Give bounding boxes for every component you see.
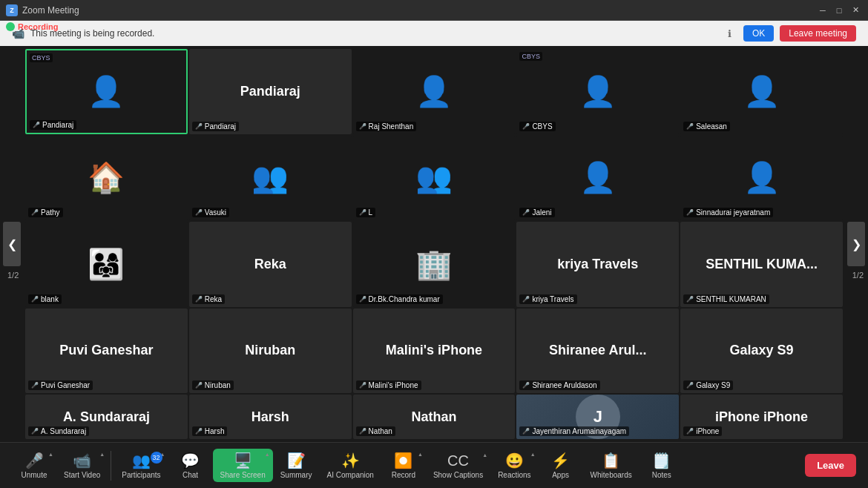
sep-1 <box>111 451 111 481</box>
app-title: Zoom Meeting <box>22 5 79 16</box>
participant-name-center-18: Malini's iPhone <box>386 343 482 358</box>
cell-name-4: 🎤 CBYS <box>519 122 555 131</box>
participant-label-25: iPhone <box>696 427 719 435</box>
participants-button[interactable]: ▲ 👥 32 Participants <box>114 449 168 482</box>
ai-label: AI Companion <box>327 471 374 479</box>
cell-name-14: 🎤 kriya Travels <box>519 294 576 304</box>
participant-name-7: Vasuki <box>205 208 226 217</box>
mic-icon-22: 🎤 <box>195 428 203 435</box>
start-video-button[interactable]: ▲ 📹 Start Video <box>56 449 108 482</box>
notes-icon: 🗒️ <box>652 452 671 469</box>
video-cell-shiranee: Shiranee Arul... 🎤 Shiranee Aruldason <box>516 309 679 394</box>
participant-name-center-16: Puvi Ganeshar <box>59 343 153 358</box>
participant-label-24: Jayenthiran Arumainayagam <box>532 427 626 435</box>
nav-prev-button[interactable]: ❮ <box>3 222 21 266</box>
participant-name-4: CBYS <box>532 122 552 131</box>
participant-name-center-14: kriya Travels <box>557 257 638 272</box>
video-cell-blank: 👨‍👩‍👧 🎤 blank <box>25 222 188 307</box>
cell-name-16: 🎤 Puvi Ganeshar <box>28 380 93 390</box>
record-icon: ⏺️ <box>394 452 412 469</box>
unmute-caret[interactable]: ▲ <box>48 452 53 457</box>
video-cell-kriya: kriya Travels 🎤 kriya Travels <box>516 222 679 307</box>
cell-name-22: 🎤 Harsh <box>192 426 228 436</box>
participant-name-center-23: Nathan <box>411 409 456 425</box>
captions-caret[interactable]: ▲ <box>482 452 487 458</box>
cell-name-12: 🎤 Reka <box>192 294 225 304</box>
participant-label-21: A. Sundararaj <box>41 427 86 435</box>
record-caret[interactable]: ▲ <box>418 452 423 457</box>
summary-label: Summary <box>280 471 312 479</box>
participant-name-13: Dr.Bk.Chandra kumar <box>369 295 440 303</box>
participant-name-6: Pathy <box>41 208 60 217</box>
video-cell-nathan: Nathan 🎤 Nathan <box>353 395 516 439</box>
record-label: Record <box>392 471 415 479</box>
whiteboards-button[interactable]: 📋 Whiteboards <box>583 449 640 482</box>
share-screen-button[interactable]: ▲ 🖥️ Share Screen <box>213 449 273 482</box>
recording-label: Recording <box>18 22 58 31</box>
participant-label-17: Niruban <box>205 381 231 389</box>
reactions-button[interactable]: ▲ 😀 Reactions <box>490 449 538 482</box>
mic-icon-13: 🎤 <box>359 296 366 303</box>
participant-name-5: Saleasan <box>696 122 727 131</box>
video-cell-reka: Reka 🎤 Reka <box>189 222 352 307</box>
title-bar: Z Zoom Meeting ─ □ ✕ <box>0 0 868 21</box>
participant-name-10: Sinnadurai jeyaratnam <box>696 208 770 217</box>
participant-name-center-12: Reka <box>254 257 286 272</box>
ai-companion-button[interactable]: ✨ AI Companion <box>320 449 381 482</box>
chat-button[interactable]: 💬 Chat <box>168 449 213 482</box>
mic-icon-1: 🎤 <box>33 122 40 128</box>
mic-icon-14: 🎤 <box>522 296 530 303</box>
apps-icon: ⚡ <box>551 452 570 469</box>
close-button[interactable]: ✕ <box>849 4 862 17</box>
cell-name-7: 🎤 Vasuki <box>192 208 229 217</box>
apps-button[interactable]: ⚡ Apps <box>539 449 583 482</box>
participant-name-center-19: Shiranee Arul... <box>549 343 646 358</box>
cell-name-13: 🎤 Dr.Bk.Chandra kumar <box>356 294 443 304</box>
record-button[interactable]: ▲ ⏺️ Record <box>381 449 426 482</box>
captions-button[interactable]: ▲ CC Show Captions <box>426 449 490 482</box>
participant-label-18: Malini's iPhone <box>369 381 418 389</box>
participant-name-center-25: iPhone iPhone <box>715 409 808 425</box>
mic-icon-9: 🎤 <box>522 209 530 216</box>
mute-icon: 🎤 <box>25 452 44 469</box>
title-bar-controls[interactable]: ─ □ ✕ <box>816 4 862 17</box>
notes-button[interactable]: 🗒️ Notes <box>640 449 684 482</box>
captions-label: Show Captions <box>433 471 483 479</box>
mic-icon-10: 🎤 <box>686 209 694 216</box>
zoom-icon: Z <box>6 4 18 16</box>
participant-name-3: Raj Shenthan <box>369 122 414 131</box>
minimize-button[interactable]: ─ <box>816 4 829 17</box>
chat-icon: 💬 <box>181 452 200 469</box>
summary-button[interactable]: 📝 Summary <box>273 449 320 482</box>
mic-icon-18: 🎤 <box>359 382 366 389</box>
toolbar: ▲ 🎤 Unmute ▲ 📹 Start Video ▲ 👥 32 Partic… <box>0 442 868 488</box>
leave-meeting-button[interactable]: Leave meeting <box>780 25 856 42</box>
nav-next-button[interactable]: ❯ <box>847 222 865 266</box>
video-cell-malini: Malini's iPhone 🎤 Malini's iPhone <box>353 309 516 394</box>
video-cell-saleasan: 👤 🎤 Saleasan <box>680 49 843 134</box>
reactions-caret[interactable]: ▲ <box>530 452 536 457</box>
ok-button[interactable]: OK <box>743 25 774 42</box>
video-cell-niruban: Niruban 🎤 Niruban <box>189 309 352 394</box>
reactions-icon: 😀 <box>505 452 524 469</box>
mic-icon-23: 🎤 <box>359 428 366 435</box>
notification-bar: 📹 This meeting is being recorded. ℹ OK L… <box>0 21 868 46</box>
cell-name-25: 🎤 iPhone <box>683 426 722 436</box>
reactions-label: Reactions <box>498 471 530 479</box>
whiteboards-label: Whiteboards <box>591 471 632 479</box>
participant-name-9: Jaleni <box>532 208 551 217</box>
mic-icon-17: 🎤 <box>195 382 203 389</box>
cell-name-11: 🎤 blank <box>28 294 62 304</box>
participant-name-1: Pandiaraj <box>42 121 73 129</box>
cell-name-2: 🎤 Pandiaraj <box>192 122 239 131</box>
unmute-button[interactable]: ▲ 🎤 Unmute <box>12 449 56 482</box>
share-caret[interactable]: ▲ <box>265 452 270 457</box>
video-caret[interactable]: ▲ <box>99 452 105 457</box>
cell-name-19: 🎤 Shiranee Aruldason <box>519 380 599 390</box>
restore-button[interactable]: □ <box>832 4 846 17</box>
mic-icon-2: 🎤 <box>195 123 203 130</box>
leave-button[interactable]: Leave <box>805 454 856 477</box>
participant-name-center-15: SENTHIL KUMA... <box>706 257 818 272</box>
video-cell-harsh: Harsh 🎤 Harsh <box>189 395 352 439</box>
video-label: Start Video <box>64 471 100 479</box>
